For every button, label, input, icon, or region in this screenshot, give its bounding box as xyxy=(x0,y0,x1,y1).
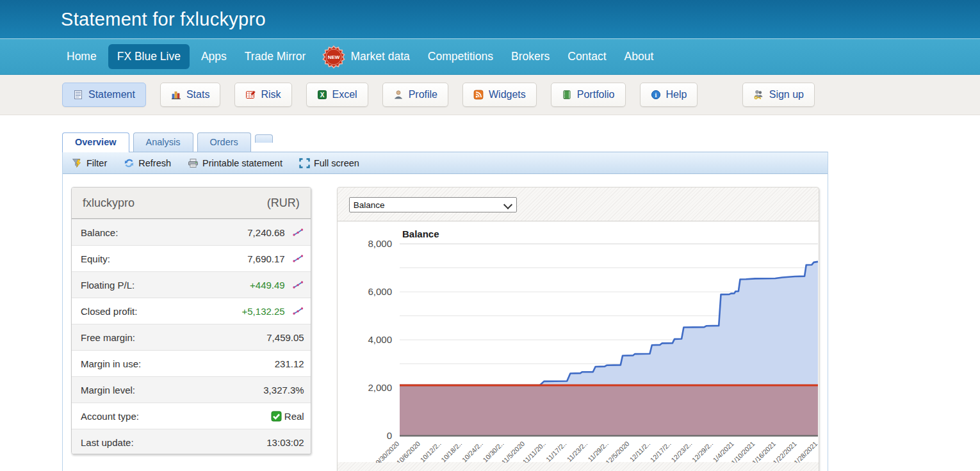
refresh-icon xyxy=(124,158,135,168)
free-margin-value: 7,459.05 xyxy=(266,332,304,343)
chart-panel: Balance 02,0004,0006,0008,000Balance9/30… xyxy=(337,187,819,471)
svg-text:0: 0 xyxy=(386,430,391,441)
chart-metric-row: Balance xyxy=(338,188,819,221)
statement-panel: Filter Refresh Printable statement Full … xyxy=(62,152,828,471)
tab-bar: Overview Analysis Orders xyxy=(62,132,828,152)
printable-statement-button[interactable]: Printable statement xyxy=(188,158,282,168)
filter-icon xyxy=(72,158,83,168)
margin-level-value: 3,327.3% xyxy=(263,385,304,395)
account-card-header: fxluckypro (RUR) xyxy=(72,188,311,219)
svg-text:2,000: 2,000 xyxy=(368,382,392,393)
svg-text:12/23/2..: 12/23/2.. xyxy=(669,440,693,463)
tab-orders[interactable]: Orders xyxy=(197,132,251,152)
nav-item-fx-blue-live[interactable]: FX Blue Live xyxy=(108,44,190,69)
page-banner: Statement for fxluckypro xyxy=(0,0,980,38)
account-type-value: Real xyxy=(271,411,304,422)
tab-stub[interactable] xyxy=(255,134,273,143)
profile-icon xyxy=(393,90,404,100)
overview-main: fxluckypro (RUR) Balance: 7,240.68 Equit… xyxy=(63,174,828,471)
signup-icon xyxy=(753,90,764,100)
widgets-button[interactable]: Widgets xyxy=(462,83,537,107)
svg-text:10/18/2..: 10/18/2.. xyxy=(439,440,463,463)
account-currency: (RUR) xyxy=(267,196,300,210)
last-update-value: 13:03:02 xyxy=(266,437,304,448)
filter-button[interactable]: Filter xyxy=(72,158,107,168)
nav-item-apps[interactable]: Apps xyxy=(192,44,236,69)
row-equity: Equity: 7,690.17 xyxy=(72,245,311,271)
nav-item-about[interactable]: About xyxy=(616,44,663,69)
svg-text:12/5/2020: 12/5/2020 xyxy=(604,440,631,463)
tab-overview[interactable]: Overview xyxy=(62,132,129,152)
svg-text:4,000: 4,000 xyxy=(368,334,392,345)
equity-value: 7,690.17 xyxy=(247,253,284,264)
svg-text:12/11/2..: 12/11/2.. xyxy=(628,440,651,463)
svg-text:10/24/2..: 10/24/2.. xyxy=(460,440,484,463)
excel-icon: X xyxy=(317,90,327,100)
svg-text:X: X xyxy=(320,92,324,99)
content-area: Overview Analysis Orders Filter Refresh … xyxy=(62,132,828,471)
help-icon: i xyxy=(651,90,661,100)
excel-button[interactable]: X Excel xyxy=(306,83,368,107)
svg-text:11/11/20..: 11/11/20.. xyxy=(521,440,546,463)
help-button[interactable]: i Help xyxy=(640,83,698,107)
row-free-margin: Free margin: 7,459.05 xyxy=(72,324,311,350)
svg-text:NEW: NEW xyxy=(328,54,340,60)
account-summary-card: fxluckypro (RUR) Balance: 7,240.68 Equit… xyxy=(71,187,311,454)
row-margin-in-use: Margin in use: 231.12 xyxy=(72,350,311,376)
risk-button[interactable]: Risk xyxy=(234,83,291,107)
nav-item-competitions[interactable]: Competitions xyxy=(419,44,502,69)
svg-text:12/29/2..: 12/29/2.. xyxy=(690,440,714,463)
widgets-icon xyxy=(473,90,484,100)
printer-icon xyxy=(188,158,199,168)
stats-button[interactable]: Stats xyxy=(160,83,220,107)
nav-item-home[interactable]: Home xyxy=(58,44,106,69)
svg-text:12/17/2..: 12/17/2.. xyxy=(648,440,672,463)
full-screen-button[interactable]: Full screen xyxy=(299,158,359,168)
nav-item-trade-mirror[interactable]: Trade Mirror xyxy=(236,44,315,69)
statement-button[interactable]: Statement xyxy=(62,83,146,107)
margin-in-use-value: 231.12 xyxy=(275,358,304,369)
row-account-type: Account type: Real xyxy=(72,403,311,429)
balance-chart-card: 02,0004,0006,0008,000Balance9/30/202010/… xyxy=(338,221,819,462)
profile-button[interactable]: Profile xyxy=(382,83,448,107)
portfolio-button[interactable]: Portfolio xyxy=(551,83,626,107)
real-check-icon xyxy=(271,411,282,422)
stats-icon xyxy=(171,90,181,100)
balance-value: 7,240.68 xyxy=(247,227,284,238)
sign-up-button[interactable]: Sign up xyxy=(742,83,815,107)
nav-item-brokers[interactable]: Brokers xyxy=(502,44,559,69)
tab-analysis[interactable]: Analysis xyxy=(133,132,193,152)
statement-icon xyxy=(73,90,83,100)
svg-text:8,000: 8,000 xyxy=(368,238,392,249)
refresh-button[interactable]: Refresh xyxy=(124,158,171,168)
floating-pl-sparkline-icon[interactable] xyxy=(285,280,304,290)
row-margin-level: Margin level: 3,327.3% xyxy=(72,376,311,403)
svg-text:10/12/2..: 10/12/2.. xyxy=(418,440,442,463)
balance-sparkline-icon[interactable] xyxy=(285,228,304,237)
svg-text:11/23/2..: 11/23/2.. xyxy=(565,440,589,463)
portfolio-icon xyxy=(562,90,572,100)
fullscreen-icon xyxy=(299,158,310,168)
svg-text:1/28/2021: 1/28/2021 xyxy=(792,440,819,463)
balance-chart-svg: 02,0004,0006,0008,000Balance9/30/202010/… xyxy=(338,221,819,463)
svg-text:6,000: 6,000 xyxy=(368,286,392,297)
row-floating-pl: Floating P/L: +449.49 xyxy=(72,271,311,298)
closed-profit-value: +5,132.25 xyxy=(242,306,285,317)
svg-text:11/17/2..: 11/17/2.. xyxy=(544,440,568,463)
risk-icon xyxy=(245,90,256,100)
chart-metric-select-wrap: Balance xyxy=(349,197,517,212)
closed-profit-sparkline-icon[interactable] xyxy=(285,307,304,316)
row-last-update: Last update: 13:03:02 xyxy=(72,429,311,454)
page-title: Statement for fxluckypro xyxy=(61,9,266,30)
filter-bar: Filter Refresh Printable statement Full … xyxy=(63,152,828,174)
account-rows: Balance: 7,240.68 Equity: 7,690.17 Float… xyxy=(72,219,311,454)
svg-text:10/6/2020: 10/6/2020 xyxy=(395,440,421,463)
main-nav: Home FX Blue Live Apps Trade Mirror NEW … xyxy=(0,38,980,75)
toolbar: Statement Stats Risk X Excel Profile Wid… xyxy=(0,75,980,115)
nav-item-market-data[interactable]: Market data xyxy=(341,44,418,69)
row-balance: Balance: 7,240.68 xyxy=(72,219,311,245)
equity-sparkline-icon[interactable] xyxy=(285,254,304,264)
nav-item-contact[interactable]: Contact xyxy=(559,44,615,69)
chart-metric-select[interactable]: Balance xyxy=(349,197,517,212)
row-closed-profit: Closed profit: +5,132.25 xyxy=(72,298,311,324)
